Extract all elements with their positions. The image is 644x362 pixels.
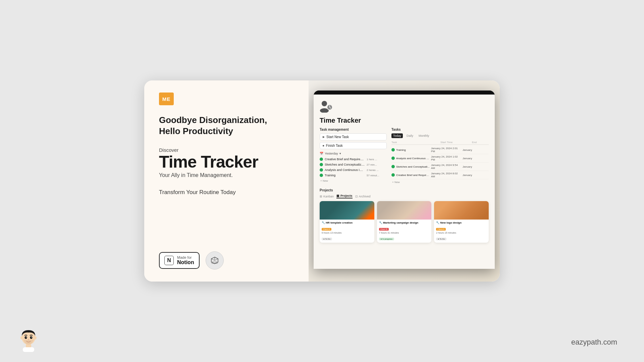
td-name-3: Sketches and Conceptuali...: [396, 165, 430, 168]
project-duration-1: 6 hours 13 minutes: [322, 232, 372, 234]
tasks-label: Tasks: [391, 128, 489, 131]
finish-task-label: Finish Task: [326, 144, 343, 147]
projects-grid: 🔧 HR template creation Client A 6 hours …: [320, 201, 489, 243]
tab-today[interactable]: Today: [391, 133, 403, 138]
logo-badge: ME: [159, 93, 174, 105]
yesterday-bar: 📅 Yesterday ▾: [320, 152, 387, 155]
headline: Goodbye Disorganization,Hello Productivi…: [159, 115, 294, 136]
avatar-container: [17, 328, 40, 352]
svg-point-6: [322, 101, 327, 106]
th-end: End: [472, 141, 489, 144]
td-start-4: January 24, 2024 8:02 AM: [431, 172, 461, 178]
table-row-4: Creative Brief and Requirem... January 2…: [391, 171, 489, 179]
finish-task-button[interactable]: ■ Finish Task: [320, 142, 387, 149]
table-row-2: Analysis and Continuous Im... January 24…: [391, 154, 489, 163]
tracker-header: [320, 100, 489, 113]
right-panel: Time Tracker Task management ▶ Start New…: [309, 80, 500, 282]
project-info-2: 🔧 Marketing campaign design Client B 7 h…: [377, 220, 432, 243]
yesterday-label: Yesterday: [325, 152, 338, 155]
td-check-3: [391, 165, 395, 168]
svg-point-17: [31, 337, 32, 338]
svg-text:ESSENTIALS: ESSENTIALS: [211, 263, 218, 264]
calendar-icon: 📅: [320, 152, 323, 155]
project-card-2: 🔧 Marketing campaign design Client B 7 h…: [377, 201, 432, 243]
start-new-task-label: Start New Task: [326, 135, 349, 139]
table-row-3: Sketches and Conceptuali... January 24, …: [391, 163, 489, 171]
project-title-2: 🔧 Marketing campaign design: [379, 221, 430, 224]
task-row-3: Analysis and Continuous I.... 2 horas ..…: [320, 167, 387, 173]
td-name-2: Analysis and Continuous Im...: [396, 157, 430, 160]
main-card: ME Goodbye Disorganization,Hello Product…: [144, 80, 500, 282]
svg-point-15: [30, 336, 33, 339]
project-status-2: ● In progress: [379, 238, 394, 240]
play-icon: ▶: [323, 135, 325, 138]
task-check-1: [320, 158, 323, 161]
proj-tab-archived[interactable]: ⊡ Archived: [355, 194, 371, 198]
td-end-3: January: [463, 165, 479, 168]
td-end-2: January: [463, 157, 479, 160]
task-row-2: Sketches and Conceptualiz.... 27 min...: [320, 162, 387, 167]
project-status-1: ● To Do: [322, 238, 332, 240]
td-start-2: January 24, 2024 1:02 PM: [431, 155, 461, 161]
task-management-col: Task management ▶ Start New Task ■ Finis…: [320, 128, 387, 184]
notion-made-for: Made for: [177, 255, 194, 259]
td-name-4: Creative Brief and Requirem...: [396, 174, 430, 177]
task-row-1: Creative Brief and Require.... 1 hors ..…: [320, 157, 387, 162]
left-panel: ME Goodbye Disorganization,Hello Product…: [144, 80, 309, 282]
archived-icon: ⊡: [355, 195, 358, 198]
svg-line-2: [211, 259, 215, 260]
project-thumb-3: [434, 201, 489, 220]
tracker-title: Time Tracker: [320, 117, 489, 124]
badges-row: N Made for Notion NOTION ESSENTIALS: [159, 251, 294, 269]
svg-point-13: [34, 336, 37, 340]
svg-rect-20: [23, 347, 34, 352]
task-time-3: 2 horas ...: [367, 169, 379, 172]
tagline: Your Ally in Time Management.: [159, 172, 294, 178]
project-title-1: 🔧 HR template creation: [322, 221, 372, 224]
table-row-1: Training January 24, 2024 2:01 PM Januar…: [391, 146, 489, 154]
tablet-mockup: Time Tracker Task management ▶ Start New…: [314, 90, 495, 269]
task-row-4: Training 57 minut...: [320, 173, 387, 178]
td-check-1: [391, 148, 395, 152]
tasks-tabs: Today Daily Monthly: [391, 133, 489, 138]
project-title-3: 🔧 New logo design: [436, 221, 487, 224]
new-task-btn[interactable]: + New: [320, 179, 387, 182]
td-name-1: Training: [396, 148, 430, 152]
task-time-1: 1 hors ...: [367, 158, 377, 161]
project-card-3: 🔧 New logo design Client A 2 hours 15 mi…: [434, 201, 489, 243]
td-start-1: January 24, 2024 2:01 PM: [431, 147, 461, 153]
discover-label: Discover: [159, 147, 294, 153]
projects-section: Projects ⊞ Kanban ▦ Projects ⊡ Archived: [320, 188, 489, 243]
proj-tab-kanban[interactable]: ⊞ Kanban: [320, 194, 334, 198]
eazypath-text: eazypath.com: [571, 338, 617, 347]
start-new-task-button[interactable]: ▶ Start New Task: [320, 133, 387, 140]
task-check-3: [320, 168, 323, 172]
svg-point-16: [26, 337, 26, 338]
svg-line-3: [215, 259, 218, 260]
proj-tab-projects[interactable]: ▦ Projects: [336, 194, 353, 198]
tasks-table-header: Task Start Time End: [391, 140, 489, 145]
notion-icon: N: [164, 256, 174, 265]
task-name-3: Analysis and Continuous I....: [325, 168, 365, 172]
td-check-2: [391, 157, 395, 160]
app-name: Time Tracker: [159, 154, 294, 170]
th-task: Task: [391, 141, 439, 144]
cube-icon: NOTION ESSENTIALS: [210, 256, 219, 265]
project-client-1: Client A: [322, 228, 331, 231]
project-info-3: 🔧 New logo design Client A 2 hours 15 mi…: [434, 220, 489, 243]
notion-text: Made for Notion: [177, 255, 194, 265]
project-client-2: Client B: [379, 228, 389, 231]
tab-daily[interactable]: Daily: [405, 133, 415, 138]
transform-text: Transform Your Routine Today: [159, 189, 294, 196]
projects-tabs: ⊞ Kanban ▦ Projects ⊡ Archived: [320, 194, 489, 198]
task-name-4: Training: [325, 174, 365, 177]
new-task-right[interactable]: + New: [391, 181, 489, 184]
tab-monthly[interactable]: Monthly: [417, 133, 431, 138]
task-time-2: 27 min...: [367, 163, 377, 166]
project-info-1: 🔧 HR template creation Client A 6 hours …: [320, 220, 374, 243]
notion-notion-label: Notion: [177, 259, 194, 265]
task-check-4: [320, 174, 323, 177]
svg-point-14: [25, 336, 27, 339]
projects-icon: ▦: [336, 194, 339, 197]
essentials-badge: NOTION ESSENTIALS: [206, 251, 224, 269]
